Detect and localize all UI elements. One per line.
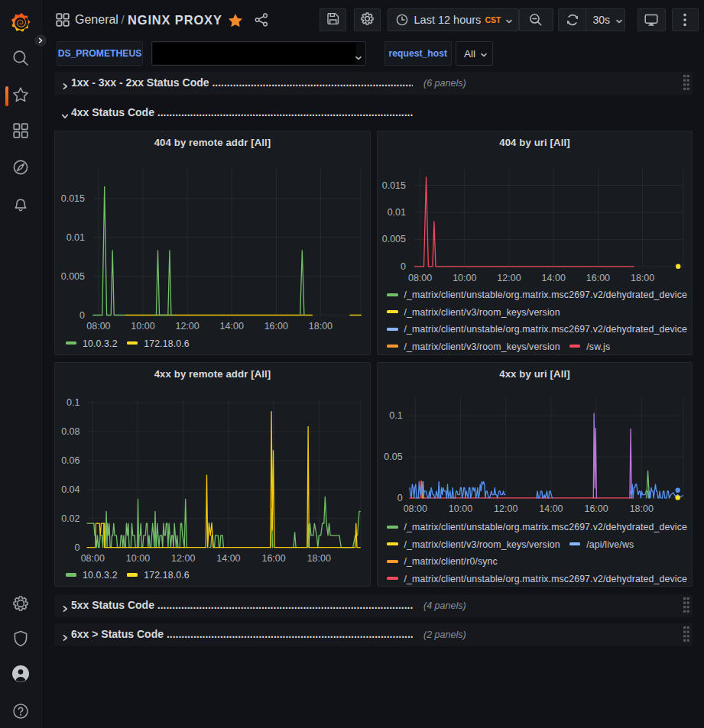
svg-text:0: 0 xyxy=(79,310,85,321)
svg-text:10:00: 10:00 xyxy=(131,321,154,332)
svg-text:0: 0 xyxy=(75,542,80,553)
svg-text:0.005: 0.005 xyxy=(382,234,406,244)
svg-text:0: 0 xyxy=(401,261,406,272)
svg-text:14:00: 14:00 xyxy=(216,553,240,564)
svg-text:0.1: 0.1 xyxy=(67,397,79,408)
svg-text:0.06: 0.06 xyxy=(61,455,79,466)
svg-text:16:00: 16:00 xyxy=(586,273,610,283)
svg-text:18:00: 18:00 xyxy=(307,553,331,564)
svg-text:18:00: 18:00 xyxy=(630,503,654,514)
svg-text:0.015: 0.015 xyxy=(382,180,406,191)
svg-text:0.1: 0.1 xyxy=(389,410,402,421)
svg-text:18:00: 18:00 xyxy=(309,321,333,332)
svg-text:0.015: 0.015 xyxy=(61,193,85,204)
svg-text:12:00: 12:00 xyxy=(171,553,195,564)
svg-text:0.05: 0.05 xyxy=(384,451,402,462)
svg-text:10:00: 10:00 xyxy=(449,503,472,514)
svg-text:08:00: 08:00 xyxy=(408,273,432,283)
svg-text:16:00: 16:00 xyxy=(261,553,285,564)
svg-text:0.08: 0.08 xyxy=(61,426,79,437)
svg-text:18:00: 18:00 xyxy=(631,273,654,283)
svg-text:12:00: 12:00 xyxy=(494,503,517,514)
svg-text:0.04: 0.04 xyxy=(61,484,79,495)
svg-text:10:00: 10:00 xyxy=(453,273,476,283)
svg-text:0: 0 xyxy=(397,493,403,503)
svg-text:12:00: 12:00 xyxy=(497,273,521,283)
svg-text:0.02: 0.02 xyxy=(61,513,79,524)
svg-text:16:00: 16:00 xyxy=(264,321,288,332)
svg-text:12:00: 12:00 xyxy=(175,321,199,332)
svg-text:0.005: 0.005 xyxy=(61,271,85,282)
svg-text:14:00: 14:00 xyxy=(220,321,244,332)
svg-text:08:00: 08:00 xyxy=(404,503,427,514)
svg-text:08:00: 08:00 xyxy=(81,553,105,564)
svg-text:16:00: 16:00 xyxy=(584,503,608,514)
svg-text:0.01: 0.01 xyxy=(67,232,85,243)
svg-text:14:00: 14:00 xyxy=(542,273,566,283)
svg-text:08:00: 08:00 xyxy=(86,321,110,332)
svg-text:0.01: 0.01 xyxy=(388,207,406,218)
svg-text:10:00: 10:00 xyxy=(126,553,150,564)
svg-text:14:00: 14:00 xyxy=(539,503,563,514)
